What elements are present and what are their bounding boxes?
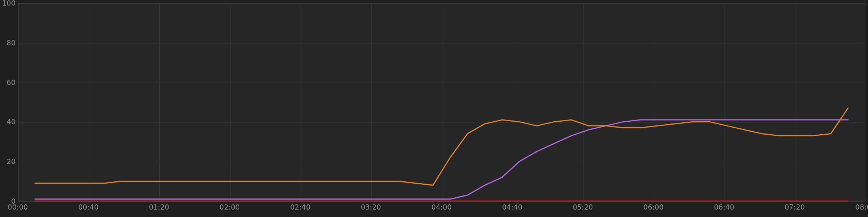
x-tick-label: 04:00	[432, 204, 452, 211]
line-series-purple	[35, 120, 848, 199]
x-tick-label: 02:00	[220, 204, 240, 211]
x-tick-label: 04:40	[502, 204, 522, 211]
chart-series-svg	[0, 0, 868, 205]
x-tick-label: 06:00	[643, 204, 664, 211]
y-tick-label: 80	[0, 39, 16, 46]
y-tick-label: 60	[0, 79, 16, 86]
y-tick-label: 20	[0, 158, 16, 165]
x-tick-label: 06:40	[714, 204, 734, 211]
y-tick-label: 100	[0, 0, 16, 7]
x-tick-label: 08:00	[855, 204, 868, 211]
x-tick-label: 01:20	[149, 204, 169, 211]
x-tick-label: 07:20	[785, 204, 805, 211]
x-tick-label: 02:40	[290, 204, 310, 211]
x-tick-label: 05:20	[573, 204, 593, 211]
x-tick-label: 00:40	[78, 204, 99, 211]
x-tick-label: 00:00	[8, 204, 28, 211]
chart-container: 02040608010000:0000:4001:2002:0002:4003:…	[0, 0, 868, 217]
x-tick-label: 03:20	[361, 204, 381, 211]
y-tick-label: 40	[0, 118, 16, 125]
